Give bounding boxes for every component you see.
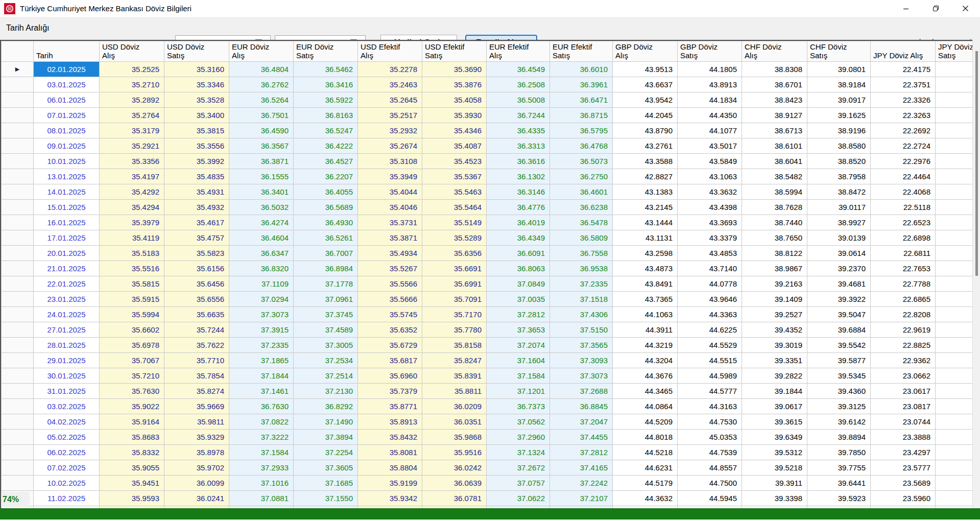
grid-cell[interactable]: 36.4349	[487, 230, 550, 246]
grid-cell[interactable]: 36.4590	[229, 123, 294, 138]
grid-cell[interactable]: 44.3676	[613, 368, 678, 384]
grid-cell[interactable]: 23	[936, 384, 973, 399]
grid-cell[interactable]: 35.8274	[164, 384, 229, 399]
grid-cell[interactable]: 37.3093	[550, 353, 613, 368]
grid-cell[interactable]: 37.0562	[487, 414, 550, 430]
grid-cell[interactable]: 38.6101	[742, 138, 807, 154]
grid-cell[interactable]: 35.2932	[358, 123, 422, 138]
grid-cell[interactable]: 38.6713	[742, 123, 807, 138]
grid-cell[interactable]: 35.7710	[164, 353, 229, 368]
column-header[interactable]: USD DövizSatış	[164, 41, 229, 62]
row-selector[interactable]	[2, 276, 34, 292]
grid-cell[interactable]: 35.9702	[164, 460, 229, 476]
row-selector[interactable]	[2, 246, 34, 261]
grid-cell[interactable]: 22	[936, 292, 973, 307]
grid-cell[interactable]: 22	[936, 169, 973, 184]
grid-cell[interactable]: 22.8825	[871, 338, 936, 353]
grid-cell[interactable]: 22	[936, 230, 973, 246]
date-cell[interactable]: 15.01.2025	[34, 200, 100, 215]
grid-cell[interactable]: 37.3894	[294, 430, 358, 445]
grid-cell[interactable]: 35.9811	[164, 414, 229, 430]
grid-cell[interactable]: 37.1584	[229, 445, 294, 460]
grid-cell[interactable]: 35.3930	[422, 108, 487, 123]
grid-cell[interactable]: 35.7379	[358, 384, 422, 399]
grid-cell[interactable]: 36.5795	[550, 123, 613, 138]
grid-cell[interactable]: 35.5815	[100, 276, 164, 292]
grid-cell[interactable]: 43.2145	[613, 200, 678, 215]
column-header[interactable]: EUR DövizAlış	[229, 41, 294, 62]
grid-cell[interactable]: 37.2933	[229, 460, 294, 476]
grid-cell[interactable]: 22	[936, 184, 973, 200]
row-selector[interactable]	[2, 322, 34, 338]
grid-cell[interactable]: 35.2517	[358, 108, 422, 123]
grid-cell[interactable]: 37.1490	[294, 414, 358, 430]
grid-cell[interactable]: 38.8423	[742, 92, 807, 108]
date-cell[interactable]: 11.02.2025	[34, 491, 100, 506]
grid-cell[interactable]: 44.7530	[678, 414, 742, 430]
grid-cell[interactable]: 23	[936, 460, 973, 476]
grid-cell[interactable]: 44.2045	[613, 108, 678, 123]
date-cell[interactable]: 27.01.2025	[34, 322, 100, 338]
grid-cell[interactable]: 36.0781	[422, 491, 487, 506]
grid-cell[interactable]: 36.4549	[487, 62, 550, 77]
date-cell[interactable]: 29.01.2025	[34, 353, 100, 368]
grid-cell[interactable]: 43.5849	[678, 154, 742, 169]
grid-cell[interactable]: 43.3588	[613, 154, 678, 169]
grid-cell[interactable]: 22.4068	[871, 184, 936, 200]
grid-cell[interactable]: 37.0035	[487, 292, 550, 307]
grid-cell[interactable]: 35.3160	[164, 62, 229, 77]
grid-cell[interactable]: 36.2750	[550, 169, 613, 184]
grid-cell[interactable]: 37.2130	[294, 384, 358, 399]
grid-cell[interactable]: 36.0242	[422, 460, 487, 476]
grid-cell[interactable]: 35.3346	[164, 77, 229, 92]
grid-cell[interactable]: 45.0353	[678, 430, 742, 445]
row-selector[interactable]	[2, 138, 34, 154]
grid-cell[interactable]: 43.9513	[613, 62, 678, 77]
grid-cell[interactable]: 36.3871	[229, 154, 294, 169]
grid-cell[interactable]: 22	[936, 215, 973, 230]
grid-cell[interactable]: 36.7244	[487, 108, 550, 123]
column-header[interactable]: USD DövizAlış	[100, 41, 164, 62]
grid-cell[interactable]: 36.5264	[229, 92, 294, 108]
grid-cell[interactable]: 22.3326	[871, 92, 936, 108]
grid-cell[interactable]: 35.7091	[422, 292, 487, 307]
grid-cell[interactable]: 23.5689	[871, 476, 936, 491]
date-cell[interactable]: 22.01.2025	[34, 276, 100, 292]
grid-cell[interactable]: 23	[936, 353, 973, 368]
grid-cell[interactable]: 35.2525	[100, 62, 164, 77]
grid-cell[interactable]: 35.6817	[358, 353, 422, 368]
grid-cell[interactable]: 22.8208	[871, 307, 936, 322]
grid-cell[interactable]: 35.8804	[358, 460, 422, 476]
grid-cell[interactable]: 37.5150	[550, 322, 613, 338]
grid-cell[interactable]: 39.4360	[807, 384, 871, 399]
grid-cell[interactable]: 43.8790	[613, 123, 678, 138]
grid-cell[interactable]: 35.5745	[358, 307, 422, 322]
row-selector[interactable]	[2, 353, 34, 368]
row-selector[interactable]	[2, 92, 34, 108]
grid-cell[interactable]: 37.1604	[487, 353, 550, 368]
grid-cell[interactable]: 37.1201	[487, 384, 550, 399]
grid-cell[interactable]: 43.8491	[613, 276, 678, 292]
grid-cell[interactable]: 37.1324	[487, 445, 550, 460]
grid-cell[interactable]: 36.1555	[229, 169, 294, 184]
grid-cell[interactable]: 37.2335	[229, 338, 294, 353]
grid-cell[interactable]: 35.8247	[422, 353, 487, 368]
grid-cell[interactable]: 22	[936, 138, 973, 154]
grid-cell[interactable]: 43.4873	[613, 261, 678, 276]
grid-cell[interactable]: 36.3567	[229, 138, 294, 154]
grid-cell[interactable]: 38.7440	[742, 215, 807, 230]
grid-cell[interactable]: 35.4346	[422, 123, 487, 138]
grid-cell[interactable]: 36.8292	[294, 399, 358, 414]
grid-cell[interactable]: 36.5462	[294, 62, 358, 77]
grid-cell[interactable]: 35.4119	[100, 230, 164, 246]
grid-cell[interactable]: 37.1109	[229, 276, 294, 292]
grid-cell[interactable]: 37.2514	[294, 368, 358, 384]
grid-cell[interactable]: 38.9127	[742, 108, 807, 123]
grid-cell[interactable]: 35.6729	[358, 338, 422, 353]
grid-cell[interactable]: 37.4589	[294, 322, 358, 338]
row-selector[interactable]	[2, 368, 34, 384]
grid-cell[interactable]: 37.1550	[294, 491, 358, 506]
grid-cell[interactable]: 35.8913	[358, 414, 422, 430]
grid-cell[interactable]: 22.5118	[871, 200, 936, 215]
date-cell[interactable]: 23.01.2025	[34, 292, 100, 307]
